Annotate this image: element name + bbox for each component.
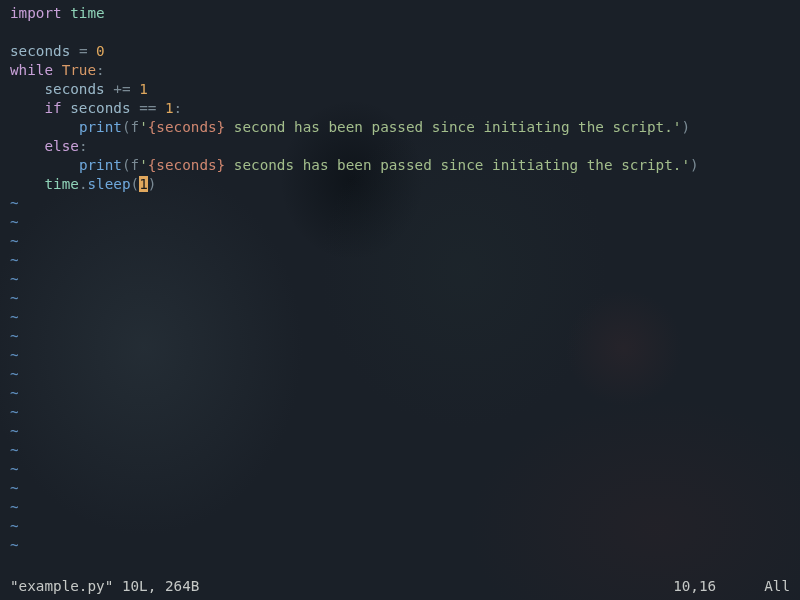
- status-bar: "example.py" 10L, 264B 10,16 All: [10, 577, 790, 596]
- empty-line-tilde: ~: [10, 251, 796, 270]
- code-line: time.sleep(1): [10, 175, 796, 194]
- empty-line-tilde: ~: [10, 327, 796, 346]
- empty-line-tilde: ~: [10, 194, 796, 213]
- code-line: [10, 23, 796, 42]
- cursor: 1: [139, 176, 148, 192]
- code-line: print(f'{seconds} seconds has been passe…: [10, 156, 796, 175]
- code-line: import time: [10, 4, 796, 23]
- empty-line-tilde: ~: [10, 536, 796, 555]
- code-editor[interactable]: import time seconds = 0 while True: seco…: [0, 0, 800, 600]
- code-line: else:: [10, 137, 796, 156]
- empty-line-tilde: ~: [10, 460, 796, 479]
- empty-line-tilde: ~: [10, 498, 796, 517]
- code-line: seconds += 1: [10, 80, 796, 99]
- empty-line-tilde: ~: [10, 441, 796, 460]
- empty-line-tilde: ~: [10, 308, 796, 327]
- empty-line-tilde: ~: [10, 403, 796, 422]
- status-scroll-indicator: All: [764, 577, 790, 596]
- code-line: while True:: [10, 61, 796, 80]
- code-line: if seconds == 1:: [10, 99, 796, 118]
- status-file-info: "example.py" 10L, 264B: [10, 577, 199, 596]
- code-line: seconds = 0: [10, 42, 796, 61]
- empty-line-tilde: ~: [10, 270, 796, 289]
- empty-line-tilde: ~: [10, 384, 796, 403]
- code-line: print(f'{seconds} second has been passed…: [10, 118, 796, 137]
- empty-line-tilde: ~: [10, 365, 796, 384]
- empty-line-tilde: ~: [10, 422, 796, 441]
- empty-line-tilde: ~: [10, 289, 796, 308]
- empty-line-tilde: ~: [10, 479, 796, 498]
- empty-line-tilde: ~: [10, 517, 796, 536]
- empty-line-tilde: ~: [10, 232, 796, 251]
- empty-line-tilde: ~: [10, 346, 796, 365]
- empty-line-tilde: ~: [10, 213, 796, 232]
- status-cursor-position: 10,16: [673, 577, 716, 596]
